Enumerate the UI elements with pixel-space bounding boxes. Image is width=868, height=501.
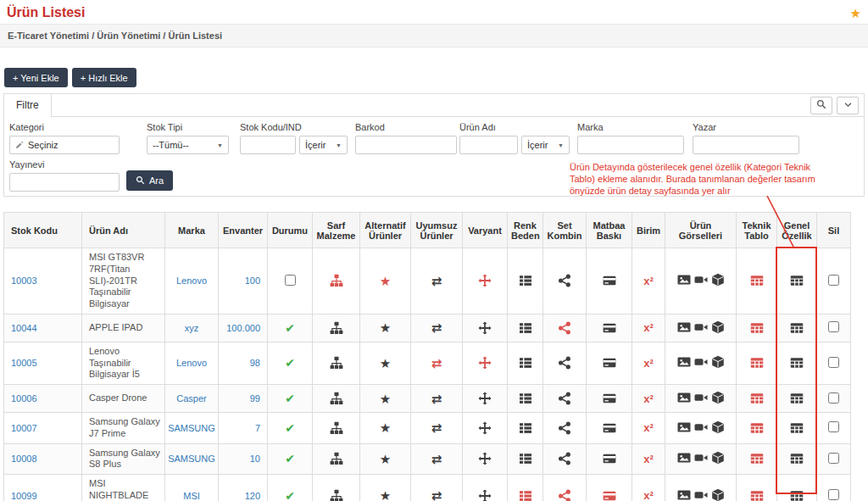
yayinevi-input[interactable] [9,173,120,192]
table-grid-icon[interactable] [750,489,764,501]
star-icon[interactable]: ★ [380,356,391,370]
exchange-icon[interactable]: ⇄ [431,392,442,406]
cube-3d-icon[interactable] [711,391,725,404]
envanter-link[interactable]: 100 [245,276,260,286]
credit-card-icon[interactable] [603,321,616,335]
breadcrumb[interactable]: E-Ticaret Yönetimi / Ürün Yönetimi / Ürü… [0,24,868,47]
share-nodes-icon[interactable] [558,392,571,405]
credit-card-icon[interactable] [603,421,616,435]
exchange-icon[interactable]: ⇄ [431,420,442,435]
urun-adi-operator-select[interactable]: İçerir ▼ [521,136,570,154]
ara-search-button[interactable]: Ara [126,170,173,191]
video-camera-icon[interactable] [694,391,708,404]
sitemap-icon[interactable] [330,356,343,370]
table-grid-icon[interactable] [790,392,804,405]
image-icon[interactable] [677,420,691,434]
credit-card-icon[interactable] [603,274,616,287]
x-squared-button[interactable]: x² [643,489,654,501]
delete-checkbox[interactable] [828,321,839,332]
move-arrows-icon[interactable] [478,421,492,435]
delete-checkbox[interactable] [828,357,839,368]
exchange-icon[interactable]: ⇄ [431,356,442,370]
x-squared-button[interactable]: x² [643,392,654,405]
sitemap-icon[interactable] [330,321,343,335]
stok-tipi-select[interactable]: --Tümü-- ▼ [147,136,229,154]
stok-kodu-link[interactable]: 10007 [11,423,37,433]
share-nodes-icon[interactable] [558,321,571,335]
image-icon[interactable] [677,488,691,501]
table-grid-icon[interactable] [790,421,804,435]
video-camera-icon[interactable] [694,420,708,434]
sitemap-icon[interactable] [330,392,343,405]
share-nodes-icon[interactable] [558,421,571,435]
share-nodes-icon[interactable] [558,356,571,370]
video-camera-icon[interactable] [694,488,708,501]
table-grid-icon[interactable] [750,356,764,370]
hizli-ekle-button[interactable]: + Hızlı Ekle [72,68,136,87]
star-icon[interactable]: ★ [380,420,391,435]
table-grid-icon[interactable] [790,356,804,370]
move-arrows-icon[interactable] [478,489,492,501]
status-checkbox[interactable] [285,275,296,286]
video-camera-icon[interactable] [694,320,708,334]
x-squared-button[interactable]: x² [643,275,654,287]
sitemap-icon[interactable] [330,489,343,501]
urun-adi-input[interactable] [459,136,518,154]
star-icon[interactable]: ★ [380,452,391,466]
search-toggle-button[interactable] [810,97,832,114]
share-nodes-icon[interactable] [558,274,571,287]
cube-3d-icon[interactable] [711,320,725,334]
envanter-link[interactable]: 99 [250,393,260,404]
stok-kodu-link[interactable]: 10099 [11,491,37,501]
envanter-link[interactable]: 10 [250,454,260,464]
delete-checkbox[interactable] [828,453,839,464]
exchange-icon[interactable]: ⇄ [431,488,442,501]
stok-kodu-link[interactable]: 10044 [11,323,37,333]
table-grid-icon[interactable] [790,274,804,287]
image-icon[interactable] [677,320,691,334]
exchange-icon[interactable]: ⇄ [431,452,442,466]
marka-link[interactable]: Casper [176,393,206,404]
sitemap-icon[interactable] [330,274,343,287]
stok-kodu-link[interactable]: 10003 [11,276,37,286]
credit-card-icon[interactable] [603,452,616,465]
move-arrows-icon[interactable] [478,274,492,287]
marka-link[interactable]: Lenovo [176,358,207,368]
x-squared-button[interactable]: x² [643,421,654,434]
status-check-icon[interactable]: ✔ [285,356,295,370]
video-camera-icon[interactable] [694,355,708,369]
delete-checkbox[interactable] [828,489,839,500]
move-arrows-icon[interactable] [478,356,492,370]
cube-3d-icon[interactable] [711,488,725,501]
status-check-icon[interactable]: ✔ [285,421,295,435]
envanter-link[interactable]: 98 [250,358,260,368]
move-arrows-icon[interactable] [478,452,492,465]
marka-link[interactable]: xyz [185,323,199,333]
image-icon[interactable] [677,355,691,369]
star-icon[interactable]: ★ [380,274,391,288]
move-arrows-icon[interactable] [478,392,492,405]
marka-input[interactable] [577,136,684,154]
x-squared-button[interactable]: x² [643,453,654,465]
x-squared-button[interactable]: x² [643,357,654,370]
exchange-icon[interactable]: ⇄ [431,274,442,288]
share-nodes-icon[interactable] [558,452,571,465]
cube-3d-icon[interactable] [711,420,725,434]
list-icon[interactable] [519,356,532,370]
video-camera-icon[interactable] [694,451,708,465]
cube-3d-icon[interactable] [711,273,725,287]
move-arrows-icon[interactable] [478,321,492,335]
cube-3d-icon[interactable] [711,451,725,465]
favorite-star-icon[interactable]: ★ [850,7,861,19]
image-icon[interactable] [677,451,691,465]
marka-link[interactable]: SAMSUNG [168,423,215,433]
x-squared-button[interactable]: x² [643,321,654,334]
table-grid-icon[interactable] [790,452,804,465]
status-check-icon[interactable]: ✔ [285,452,295,465]
delete-checkbox[interactable] [828,275,839,286]
collapse-panel-button[interactable] [837,97,859,114]
stok-kodu-input[interactable] [240,136,296,154]
share-nodes-icon[interactable] [558,489,571,501]
image-icon[interactable] [677,391,691,404]
exchange-icon[interactable]: ⇄ [431,320,442,335]
